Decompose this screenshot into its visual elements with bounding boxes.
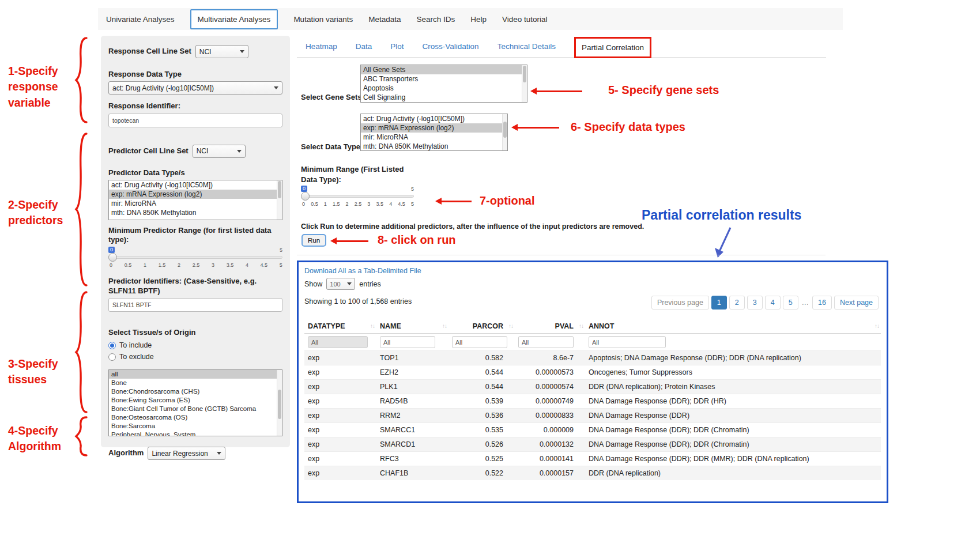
- scrollbar[interactable]: [502, 114, 507, 150]
- page-button-1[interactable]: 1: [711, 296, 727, 310]
- tab-partial-correlation[interactable]: Partial Correlation: [574, 37, 651, 58]
- red-arrow-icon-7: [442, 201, 472, 202]
- response-identifier-input[interactable]: [108, 114, 282, 127]
- response-cell-line-set-select[interactable]: NCI: [195, 45, 248, 58]
- list-option[interactable]: Apoptosis: [361, 84, 527, 93]
- tab-heatmap[interactable]: Heatmap: [306, 42, 337, 51]
- column-header-annot[interactable]: ANNOT↑↓: [585, 319, 881, 334]
- entries-label: entries: [359, 280, 381, 288]
- red-arrow-icon-8: [337, 240, 368, 242]
- run-button[interactable]: Run: [301, 234, 326, 247]
- scrollbar[interactable]: [277, 370, 282, 436]
- show-entries-row: Show 100 entries: [304, 278, 881, 290]
- table-row: expEZH20.5440.00000573Oncogenes; Tumor S…: [304, 365, 881, 380]
- list-option[interactable]: Bone:Osteosarcoma (OS): [109, 413, 282, 422]
- nav-item-multivariate[interactable]: Multivariate Analyses: [190, 9, 278, 29]
- page-button-5[interactable]: 5: [783, 296, 798, 310]
- filter-input-parcor[interactable]: [452, 336, 507, 348]
- tab-technical-details[interactable]: Technical Details: [497, 42, 556, 51]
- table-header-row: DATATYPE↑↓ NAME↑↓ PARCOR↑↓ PVAL↑↓ ANNOT↑…: [304, 319, 881, 334]
- scrollbar[interactable]: [277, 180, 282, 220]
- slider-handle[interactable]: [301, 192, 310, 201]
- predictor-cell-line-set-select[interactable]: NCI: [193, 145, 246, 158]
- top-nav: Univariate Analyses Multivariate Analyse…: [98, 8, 843, 30]
- predictor-cell-line-set-value: NCI: [197, 147, 209, 155]
- slider-max-label: 5: [280, 247, 282, 253]
- sort-icon[interactable]: ↑↓: [875, 323, 879, 329]
- results-tabs: Heatmap Data Plot Cross-Validation Techn…: [297, 36, 826, 58]
- sort-icon[interactable]: ↑↓: [508, 323, 513, 329]
- list-option[interactable]: ABC Transporters: [361, 74, 527, 84]
- page-button-16[interactable]: 16: [812, 296, 832, 310]
- nav-item-video-tutorial[interactable]: Video tutorial: [502, 15, 548, 24]
- annotation-step4: 4-Specify Algorithm: [8, 423, 71, 455]
- next-page-button[interactable]: Next page: [834, 296, 879, 310]
- filter-input-datatype[interactable]: [308, 336, 368, 348]
- data-types-listbox: act: Drug Activity (-log10[IC50M]) exp: …: [360, 114, 508, 151]
- algorithm-select[interactable]: Linear Regression: [148, 447, 225, 460]
- list-option[interactable]: mth: DNA 850K Methylation: [361, 142, 507, 151]
- list-option[interactable]: Bone:Chondrosarcoma (CHS): [109, 387, 282, 396]
- show-entries-select[interactable]: 100: [326, 278, 355, 290]
- nav-item-univariate[interactable]: Univariate Analyses: [106, 15, 175, 24]
- column-header-name[interactable]: NAME↑↓: [376, 319, 448, 334]
- filter-input-name[interactable]: [380, 336, 435, 348]
- list-option[interactable]: Bone:Sarcoma: [109, 422, 282, 431]
- list-option-selected[interactable]: exp: mRNA Expression (log2): [361, 123, 507, 133]
- list-option[interactable]: Peripheral_Nervous_System: [109, 431, 282, 436]
- page-button-2[interactable]: 2: [729, 296, 745, 310]
- list-option[interactable]: mth: DNA 850K Methylation: [109, 208, 282, 217]
- response-data-type-select[interactable]: act: Drug Activity (-log10[IC50M]): [108, 81, 282, 95]
- list-option[interactable]: Bone:Giant Cell Tumor of Bone (GCTB) Sar…: [109, 405, 282, 413]
- column-header-pval[interactable]: PVAL↑↓: [515, 319, 585, 334]
- predictor-identifiers-input[interactable]: [108, 298, 282, 312]
- table-row: expSMARCC10.5350.000009DNA Damage Respon…: [304, 423, 881, 437]
- annotation-step7: 7-optional: [480, 194, 535, 207]
- page-button-3[interactable]: 3: [747, 296, 763, 310]
- bracket-icon-2: [74, 133, 90, 286]
- chevron-down-icon: [240, 50, 244, 53]
- scrollbar[interactable]: [522, 65, 527, 102]
- tab-cross-validation[interactable]: Cross-Validation: [423, 42, 479, 51]
- slider-track[interactable]: [108, 256, 282, 259]
- filter-input-pval[interactable]: [518, 336, 574, 348]
- list-option[interactable]: act: Drug Activity (-log10[IC50M]): [109, 180, 282, 190]
- sort-icon[interactable]: ↑↓: [370, 323, 375, 329]
- data-types-label: Select Data Types: [301, 142, 364, 151]
- nav-item-mutation-variants[interactable]: Mutation variants: [293, 15, 353, 24]
- sort-icon[interactable]: ↑↓: [579, 323, 583, 329]
- response-cell-line-set-value: NCI: [199, 48, 212, 56]
- list-option[interactable]: mir: MicroRNA: [109, 199, 282, 208]
- radio-exclude-label: To exclude: [119, 353, 154, 361]
- algorithm-value: Linear Regression: [152, 450, 208, 458]
- list-option-selected[interactable]: all: [109, 370, 282, 379]
- list-option[interactable]: Bone:Ewing Sarcoma (ES): [109, 396, 282, 405]
- list-option[interactable]: Cell Signaling: [361, 93, 527, 102]
- min-range-label: Minimum Range (First Listed Data Type):: [301, 164, 416, 184]
- annotation-step6: 6- Specify data types: [571, 120, 685, 134]
- radio-exclude[interactable]: [108, 353, 116, 361]
- list-option-selected[interactable]: exp: mRNA Expression (log2): [109, 190, 282, 199]
- nav-item-search-ids[interactable]: Search IDs: [416, 15, 455, 24]
- tab-plot[interactable]: Plot: [390, 42, 404, 51]
- column-header-parcor[interactable]: PARCOR↑↓: [448, 319, 515, 334]
- radio-include-label: To include: [119, 341, 152, 349]
- nav-item-help[interactable]: Help: [470, 15, 487, 24]
- radio-include[interactable]: [108, 342, 116, 349]
- filter-input-annot[interactable]: [589, 336, 666, 348]
- sort-icon[interactable]: ↑↓: [442, 323, 447, 329]
- min-range-slider: 0 5 00.511.522.533.544.55: [301, 186, 414, 211]
- slider-handle[interactable]: [108, 253, 117, 262]
- slider-track[interactable]: [301, 195, 414, 198]
- list-option[interactable]: act: Drug Activity (-log10[IC50M]): [361, 114, 507, 123]
- list-option[interactable]: Bone: [109, 379, 282, 387]
- download-link[interactable]: Download All as a Tab-Delimited File: [304, 267, 421, 275]
- column-header-datatype[interactable]: DATATYPE↑↓: [304, 319, 376, 334]
- previous-page-button[interactable]: Previous page: [651, 296, 709, 310]
- list-option-selected[interactable]: All Gene Sets: [361, 65, 527, 74]
- sidebar-form-panel: Response Cell Line Set NCI Response Data…: [101, 36, 290, 447]
- page-button-4[interactable]: 4: [765, 296, 781, 310]
- tab-data[interactable]: Data: [356, 42, 372, 51]
- list-option[interactable]: mir: MicroRNA: [361, 133, 507, 142]
- nav-item-metadata[interactable]: Metadata: [368, 15, 401, 24]
